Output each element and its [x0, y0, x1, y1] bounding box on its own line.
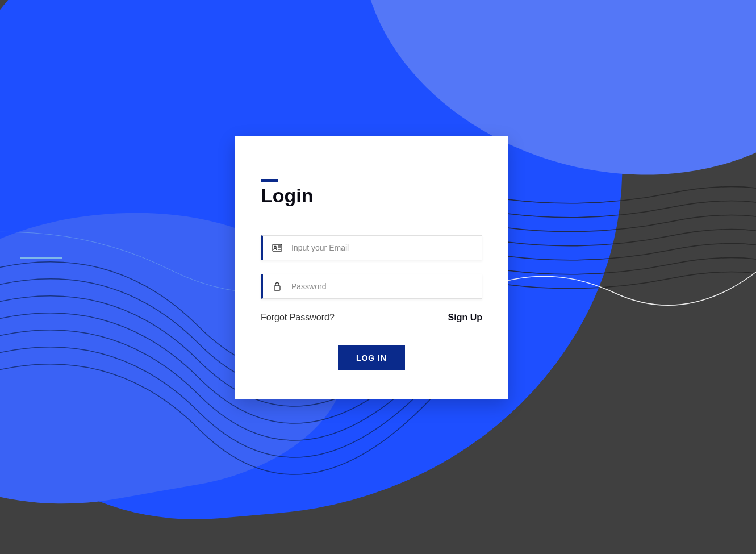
links-row: Forgot Password? Sign Up	[261, 313, 482, 323]
title-accent-bar	[261, 179, 278, 182]
login-card: Login Forgot Password? Sign Up	[235, 136, 508, 399]
id-card-icon	[263, 244, 291, 252]
email-input[interactable]	[291, 236, 482, 260]
password-input-group[interactable]	[261, 274, 482, 299]
accent-line	[20, 257, 62, 259]
svg-rect-5	[274, 286, 280, 290]
password-input[interactable]	[291, 274, 482, 298]
login-button[interactable]: LOG IN	[338, 345, 405, 370]
forgot-password-link[interactable]: Forgot Password?	[261, 313, 335, 323]
svg-point-1	[274, 246, 277, 248]
email-input-group[interactable]	[261, 235, 482, 260]
signup-link[interactable]: Sign Up	[448, 313, 482, 323]
login-title: Login	[261, 185, 482, 207]
lock-icon	[263, 282, 291, 291]
